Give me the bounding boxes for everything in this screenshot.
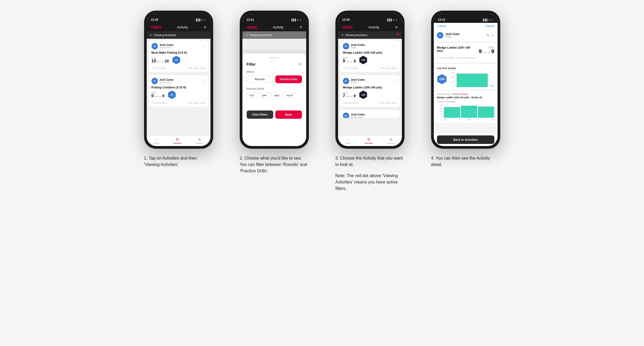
activities-icon-1: ⟳	[176, 137, 179, 142]
card-header-3-1: JC Josh Coles Today ···	[343, 43, 397, 49]
activity-card-3-3[interactable]: JC Josh Coles 28 Feb 2023	[340, 110, 400, 118]
mini-bar-2	[461, 106, 477, 118]
filter-toggle-row: Rounds Practice Drills	[247, 75, 302, 83]
name-date-3-1: Josh Coles Today	[351, 44, 365, 49]
step-2-column: 13:21 ▐▐▐ ▾ ▭ clippd Activity ≡ ⚙ Viewin…	[232, 11, 317, 192]
mini-y-100: 100	[437, 110, 443, 112]
nav-bar-1: clippd Activity ≡	[147, 23, 211, 31]
stats-row-1-2: Score 0 OUT OF 9 45	[151, 91, 206, 99]
phone-screen-4: 13:21 ▐▐▐ ▾ ▭ < Back Cancel JC	[434, 13, 498, 146]
detail-nav: < Back Cancel	[434, 23, 498, 29]
more-dots-3-2[interactable]: ···	[393, 79, 397, 83]
more-dots-3-1[interactable]: ···	[393, 44, 397, 48]
phone-notch-2	[262, 11, 286, 18]
mini-y-60: 60	[437, 115, 443, 117]
rounds-toggle[interactable]: Rounds	[247, 75, 273, 83]
activity-card-1-1[interactable]: JC Josh Coles 28 Feb 2023 ··· Must Make …	[149, 40, 208, 72]
activity-card-1-2[interactable]: JC Josh Coles 28 Feb 2023 ··· Putting Co…	[149, 75, 208, 107]
battery-icon-4: ▭	[491, 19, 493, 21]
nav-home-3[interactable]: ⌂ Home	[345, 137, 351, 144]
cancel-button[interactable]: Cancel	[485, 24, 494, 28]
viewing-banner-1[interactable]: ⚙ Viewing Activities	[147, 31, 211, 39]
mini-y-140: 140	[437, 105, 443, 107]
step-4-desc: 4. You can then see the Activity detail.	[431, 155, 500, 168]
step-3-column: 13:20 ▐▐▐ ▾ ▭ clippd Activity ≡ ⚙ Viewin…	[327, 11, 413, 192]
mini-chart: 140 120 100 80 60	[437, 104, 494, 118]
clear-filters-button[interactable]: Clear Filters	[247, 110, 273, 119]
arg-pill[interactable]: ARG	[271, 92, 282, 99]
edit-icon[interactable]: ✎	[486, 33, 490, 37]
stats-row-3-1: Score 9 OUT OF 9 130	[343, 56, 397, 64]
bg-card-2	[245, 40, 304, 51]
menu-icon-3[interactable]: ≡	[395, 25, 397, 29]
page-container: 13:20 ▐▐▐ ▾ ▭ clippd Activity ≡ ⚙ Viewin…	[136, 11, 508, 192]
nav-capture-1[interactable]: ⊕ Capture	[196, 137, 203, 144]
mini-y-120: 120	[437, 108, 443, 109]
status-icons-4: ▐▐▐ ▾ ▭	[482, 19, 493, 21]
mini-y-axis: 140 120 100 80 60	[437, 104, 443, 118]
mini-bar-3	[478, 106, 494, 118]
capture-label-3: Capture	[387, 142, 395, 144]
shots-value-1-1: 20	[165, 59, 169, 63]
nav-home-1[interactable]: ⌂ Home	[154, 137, 159, 144]
stat-group-score-1-1: Score 10 OUT OF 20	[151, 57, 169, 63]
session-link[interactable]: Practice Session	[452, 93, 468, 95]
nav-title-3: Activity	[368, 25, 379, 29]
detail-activity-title: Wedge Ladder (100–140 yds)	[437, 46, 472, 52]
name-date-1-2: Josh Coles 28 Feb 2023	[159, 78, 174, 84]
avatar-3-1: JC	[343, 43, 349, 49]
more-dots-1-1[interactable]: ···	[202, 44, 206, 48]
more-dots-1-2[interactable]: ···	[202, 79, 206, 83]
outof-1-1: OUT OF	[157, 61, 164, 63]
nav-activities-3[interactable]: ⟳ Activities	[365, 137, 373, 144]
activity-title-3-2: Wedge Ladder (100-140 yds)	[343, 86, 397, 89]
filter-close-button[interactable]: ✕	[298, 62, 302, 67]
activities-label-3: Activities	[365, 142, 373, 144]
app-pill[interactable]: APP	[259, 92, 270, 99]
person-date-1-2: 28 Feb 2023	[159, 81, 174, 84]
battery-icon-2: ▭	[300, 19, 302, 21]
mini-bars-container	[444, 104, 494, 118]
person-name-3-2: Josh Coles	[351, 78, 365, 81]
filter-spacer	[247, 105, 302, 110]
banner-text-2: Viewing Activities	[250, 33, 272, 37]
active-filter-dot-3	[397, 33, 399, 35]
expand-icon[interactable]: ⤢	[491, 33, 494, 37]
chart-x-label: APP	[490, 85, 494, 87]
y-100: 100	[449, 76, 454, 78]
back-to-activities-button[interactable]: Back to Activities	[437, 135, 494, 144]
shots-value-1-2: 9	[162, 94, 165, 98]
outof-1-2: OUT OF	[154, 96, 161, 97]
nav-capture-3[interactable]: ⊕ Capture	[387, 137, 395, 144]
viewing-banner-3[interactable]: ⚙ Viewing Activities	[338, 31, 402, 39]
nav-activities-1[interactable]: ⟳ Activities	[173, 137, 182, 144]
menu-icon-1[interactable]: ≡	[204, 25, 206, 29]
score-value-3-1: 9	[343, 59, 345, 63]
activity-card-3-2[interactable]: JC Josh Coles Today ··· Wedge Ladder (10…	[340, 75, 400, 107]
viewing-banner-2[interactable]: ⚙ Viewing Activities	[242, 31, 306, 39]
avatar-name-1-2: JC Josh Coles 28 Feb 2023	[151, 78, 174, 84]
back-button[interactable]: < Back	[437, 24, 446, 28]
detail-screen-content: JC Josh Coles Today ✎ ⤢	[434, 29, 498, 133]
apply-button[interactable]: Apply	[275, 110, 302, 119]
ott-pill[interactable]: OTT	[247, 92, 257, 99]
session-prefix: Player Activity > Practice Session	[437, 93, 494, 95]
home-icon-3: ⌂	[347, 137, 349, 142]
detail-score-value: 9	[479, 48, 482, 54]
practice-drills-toggle[interactable]: Practice Drills	[275, 75, 302, 83]
home-label-3: Home	[345, 142, 351, 144]
putt-pill[interactable]: PUTT	[284, 92, 296, 99]
detail-action-icons: ✎ ⤢	[486, 33, 494, 37]
detail-subtitle: •·• Avg Shot Quality	[437, 100, 494, 103]
avatar-name-1-1: JC Josh Coles 28 Feb 2023	[151, 43, 174, 49]
step-2-text: 2. Choose what you'd like to see. You ca…	[240, 155, 309, 174]
detail-shots-value: 9	[491, 48, 494, 54]
nav-title-2: Activity	[273, 25, 284, 29]
shots-3-2: 9	[354, 94, 356, 98]
activity-card-3-1[interactable]: JC Josh Coles Today ··· Wedge Ladder (10…	[340, 40, 400, 72]
step-2-desc: 2. Choose what you'd like to see. You ca…	[240, 155, 309, 174]
phone-screen-2: 13:21 ▐▐▐ ▾ ▭ clippd Activity ≡ ⚙ Viewin…	[242, 13, 306, 146]
menu-icon-2[interactable]: ≡	[300, 25, 302, 29]
mini-bar-1	[444, 107, 460, 118]
activities-label-1: Activities	[173, 142, 182, 144]
